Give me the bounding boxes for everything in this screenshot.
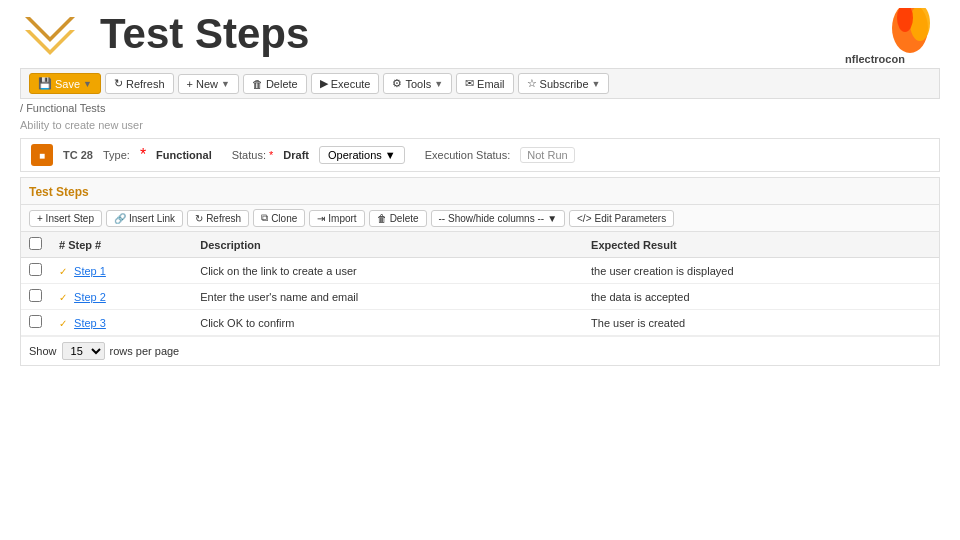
ts-refresh-icon: ↻ [195, 213, 203, 224]
tc-type-value: Functional [156, 149, 212, 161]
test-steps-section: Test Steps + Insert Step 🔗 Insert Link ↻… [20, 177, 940, 366]
col-step-hash: # Step # [51, 232, 192, 258]
show-hide-dropdown-arrow: ▼ [547, 213, 557, 224]
row-step-num: ✓ Step 1 [51, 258, 192, 284]
execute-icon: ▶ [320, 77, 328, 90]
step-chevron-icon: ✓ [59, 266, 67, 277]
table-header-row: # Step # Description Expected Result [21, 232, 939, 258]
subscribe-button[interactable]: ☆ Subscribe ▼ [518, 73, 610, 94]
tc-type-label: Type: [103, 149, 130, 161]
tc-status-label: Status: * [232, 149, 274, 161]
table-row: ✓ Step 2 Enter the user's name and email… [21, 284, 939, 310]
ts-header: Test Steps [21, 178, 939, 205]
col-expected-result: Expected Result [583, 232, 939, 258]
tc-id: TC 28 [63, 149, 93, 161]
save-icon: 💾 [38, 77, 52, 90]
refresh-button[interactable]: ↻ Refresh [105, 73, 174, 94]
row-description: Click on the link to create a user [192, 258, 583, 284]
ts-delete-icon: 🗑 [377, 213, 387, 224]
tc-status-required: * [269, 149, 273, 161]
new-button[interactable]: + New ▼ [178, 74, 239, 94]
tools-icon: ⚙ [392, 77, 402, 90]
step-link[interactable]: Step 2 [74, 291, 106, 303]
edit-params-icon: </> [577, 213, 591, 224]
select-all-checkbox[interactable] [29, 237, 42, 250]
clone-icon: ⧉ [261, 212, 268, 224]
step-link[interactable]: Step 3 [74, 317, 106, 329]
rows-per-page-select[interactable]: 15 25 50 [62, 342, 105, 360]
col-checkbox [21, 232, 51, 258]
row-expected-result: The user is created [583, 310, 939, 336]
rows-per-page-label: rows per page [110, 345, 180, 357]
table-row: ✓ Step 3 Click OK to confirm The user is… [21, 310, 939, 336]
row-description: Click OK to confirm [192, 310, 583, 336]
show-hide-columns-button[interactable]: -- Show/hide columns -- ▼ [431, 210, 566, 227]
row-checkbox-cell[interactable] [21, 284, 51, 310]
email-icon: ✉ [465, 77, 474, 90]
steps-table: # Step # Description Expected Result ✓ S… [21, 232, 939, 336]
operations-button[interactable]: Operations ▼ [319, 146, 405, 164]
header: Test Steps nflectrocon [0, 0, 960, 68]
row-step-num: ✓ Step 2 [51, 284, 192, 310]
refresh-icon: ↻ [114, 77, 123, 90]
import-icon: ⇥ [317, 213, 325, 224]
ts-delete-button[interactable]: 🗑 Delete [369, 210, 427, 227]
tc-required-marker: * [140, 146, 146, 164]
delete-button[interactable]: 🗑 Delete [243, 74, 307, 94]
test-case-header: ■ TC 28 Type: * Functional Status: * Dra… [20, 138, 940, 172]
delete-icon: 🗑 [252, 78, 263, 90]
table-row: ✓ Step 1 Click on the link to create a u… [21, 258, 939, 284]
import-button[interactable]: ⇥ Import [309, 210, 364, 227]
link-icon: 🔗 [114, 213, 126, 224]
insert-step-button[interactable]: + Insert Step [29, 210, 102, 227]
row-expected-result: the user creation is displayed [583, 258, 939, 284]
email-button[interactable]: ✉ Email [456, 73, 514, 94]
tools-dropdown-arrow[interactable]: ▼ [434, 79, 443, 89]
show-label: Show [29, 345, 57, 357]
save-button[interactable]: 💾 Save ▼ [29, 73, 101, 94]
tools-button[interactable]: ⚙ Tools ▼ [383, 73, 452, 94]
save-dropdown-arrow[interactable]: ▼ [83, 79, 92, 89]
ts-toolbar: + Insert Step 🔗 Insert Link ↻ Refresh ⧉ … [21, 205, 939, 232]
subscribe-dropdown-arrow[interactable]: ▼ [592, 79, 601, 89]
tc-status-value: Draft [283, 149, 309, 161]
execute-button[interactable]: ▶ Execute [311, 73, 380, 94]
row-checkbox[interactable] [29, 263, 42, 276]
tc-type-icon: ■ [31, 144, 53, 166]
new-icon: + [187, 78, 193, 90]
brand-logo: nflectrocon [840, 8, 940, 72]
subscribe-icon: ☆ [527, 77, 537, 90]
main-toolbar: 💾 Save ▼ ↻ Refresh + New ▼ 🗑 Delete ▶ Ex… [20, 68, 940, 99]
tc-exec-label: Execution Status: [425, 149, 511, 161]
pagination-bar: Show 15 25 50 rows per page [21, 336, 939, 365]
row-checkbox-cell[interactable] [21, 310, 51, 336]
col-description: Description [192, 232, 583, 258]
edit-params-button[interactable]: </> Edit Parameters [569, 210, 674, 227]
row-checkbox[interactable] [29, 289, 42, 302]
breadcrumb: / Functional Tests [0, 99, 960, 117]
svg-marker-0 [25, 17, 75, 42]
clone-button[interactable]: ⧉ Clone [253, 209, 305, 227]
breadcrumb-separator: / [20, 102, 23, 114]
svg-marker-1 [25, 30, 75, 55]
tc-exec-value: Not Run [520, 147, 574, 163]
new-dropdown-arrow[interactable]: ▼ [221, 79, 230, 89]
row-step-num: ✓ Step 3 [51, 310, 192, 336]
ts-refresh-button[interactable]: ↻ Refresh [187, 210, 249, 227]
operations-dropdown-arrow: ▼ [385, 149, 396, 161]
row-description: Enter the user's name and email [192, 284, 583, 310]
ts-section-title: Test Steps [29, 185, 89, 199]
page-title: Test Steps [100, 10, 940, 58]
logo-chevron-icon [20, 12, 80, 57]
ability-hint: Ability to create new user [0, 117, 960, 133]
breadcrumb-parent[interactable]: Functional Tests [26, 102, 105, 114]
row-checkbox-cell[interactable] [21, 258, 51, 284]
step-chevron-icon: ✓ [59, 292, 67, 303]
step-chevron-icon: ✓ [59, 318, 67, 329]
insert-link-button[interactable]: 🔗 Insert Link [106, 210, 183, 227]
svg-text:nflectrocon: nflectrocon [845, 53, 905, 65]
row-expected-result: the data is accepted [583, 284, 939, 310]
row-checkbox[interactable] [29, 315, 42, 328]
step-link[interactable]: Step 1 [74, 265, 106, 277]
